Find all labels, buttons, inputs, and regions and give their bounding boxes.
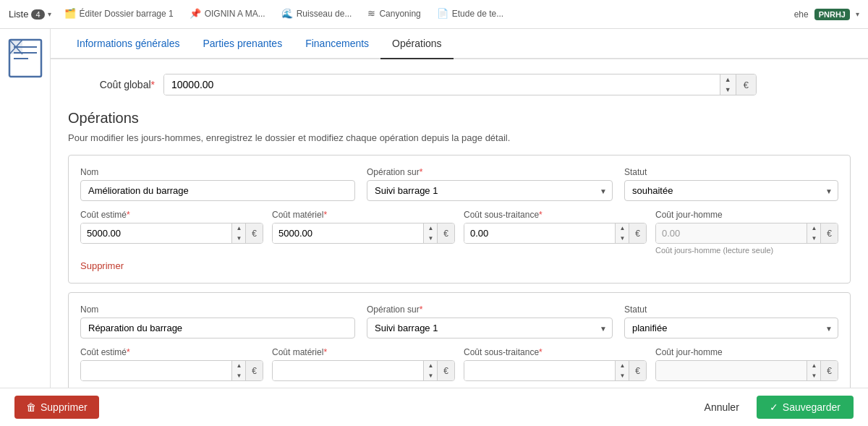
user-dropdown-arrow[interactable]: ▾ xyxy=(856,10,859,18)
top-bar-left: Liste 4 ▾ xyxy=(9,9,51,20)
op-sur-select-wrap-0: Suivi barrage 1 Suivi barrage 2 ▼ xyxy=(367,180,613,201)
cout-sous-traitance-input-0[interactable] xyxy=(464,223,615,243)
main-content: Informations générales Parties prenantes… xyxy=(0,29,868,426)
nav-tab-editer[interactable]: 🗂️ Éditer Dossier barrage 1 xyxy=(57,0,181,29)
nav-tab-ruisseau[interactable]: 🌊 Ruisseau de... xyxy=(274,0,359,29)
cout-global-euro: € xyxy=(736,74,756,95)
nav-tab-canyoning[interactable]: ≋ Canyoning xyxy=(360,0,427,29)
cout-jour-homme-input-0[interactable] xyxy=(656,223,807,243)
cout-jour-homme-down-1[interactable]: ▼ xyxy=(807,371,820,381)
cout-jour-homme-input-1[interactable] xyxy=(656,361,807,380)
form-area: Coût global* ▲ ▼ € Opérations Pour modif… xyxy=(51,59,868,422)
cancel-button[interactable]: Annuler xyxy=(696,396,748,419)
nom-field-1: Nom xyxy=(80,304,355,338)
cout-sous-traitance-down-1[interactable]: ▼ xyxy=(616,371,629,381)
statut-select-wrap-0: souhaitée planifiée en cours terminée ▼ xyxy=(624,180,838,201)
statut-select-1[interactable]: souhaitée planifiée en cours terminée xyxy=(624,318,838,338)
statut-field-1: Statut souhaitée planifiée en cours term… xyxy=(624,304,838,338)
nom-input-0[interactable] xyxy=(80,180,355,201)
list-badge[interactable]: Liste 4 ▾ xyxy=(9,9,51,20)
statut-select-0[interactable]: souhaitée planifiée en cours terminée xyxy=(624,180,838,201)
cout-materiel-euro-1: € xyxy=(437,361,454,380)
cout-materiel-wrap-0: ▲ ▼ € xyxy=(272,223,455,244)
cout-materiel-field-0: Coût matériel* ▲ ▼ € xyxy=(272,210,455,255)
nav-tab-oignin[interactable]: 📌 OIGNIN A MA... xyxy=(182,0,273,29)
delete-button[interactable]: 🗑 Supprimer xyxy=(14,396,99,419)
nom-input-1[interactable] xyxy=(80,318,355,338)
cout-estime-down-1[interactable]: ▼ xyxy=(232,371,245,381)
cout-jour-homme-field-1: Coût jour-homme ▲ ▼ € xyxy=(655,347,838,381)
cout-estime-spin-1: ▲ ▼ xyxy=(231,361,245,380)
cout-materiel-spin-0: ▲ ▼ xyxy=(423,223,437,243)
cout-sous-traitance-input-1[interactable] xyxy=(464,361,615,380)
tab-financements[interactable]: Financements xyxy=(294,29,380,59)
cout-materiel-down-0[interactable]: ▼ xyxy=(424,234,437,244)
water-icon: 🌊 xyxy=(281,8,293,19)
tab-informations-generales[interactable]: Informations générales xyxy=(65,29,191,59)
delete-label: Supprimer xyxy=(41,401,88,413)
pin-icon: 📌 xyxy=(190,8,201,19)
cout-global-spin-up[interactable]: ▲ xyxy=(720,74,736,85)
top-bar: Liste 4 ▾ 🗂️ Éditer Dossier barrage 1 📌 … xyxy=(0,0,868,29)
cout-estime-field-1: Coût estimé* ▲ ▼ € xyxy=(80,347,263,381)
cout-sous-traitance-up-0[interactable]: ▲ xyxy=(616,223,629,234)
tab-operations[interactable]: Opérations xyxy=(380,29,453,59)
cout-estime-down-0[interactable]: ▼ xyxy=(232,234,245,244)
cout-sous-traitance-euro-1: € xyxy=(629,361,646,380)
cout-materiel-label-0: Coût matériel* xyxy=(272,210,455,220)
cout-sous-traitance-label-0: Coût sous-traitance* xyxy=(464,210,647,220)
statut-select-wrap-1: souhaitée planifiée en cours terminée ▼ xyxy=(624,318,838,338)
doc-icon: 📄 xyxy=(437,8,448,19)
save-button[interactable]: ✓ Sauvegarder xyxy=(757,396,854,419)
tab-parties-prenantes[interactable]: Parties prenantes xyxy=(191,29,294,59)
cost-row-1: Coût estimé* ▲ ▼ € Co xyxy=(80,347,838,381)
user-badge: PNRHJ xyxy=(814,9,850,20)
user-name: ehe xyxy=(794,9,809,20)
cout-materiel-up-1[interactable]: ▲ xyxy=(424,361,437,371)
cout-estime-input-1[interactable] xyxy=(81,361,231,380)
cout-global-spin-down[interactable]: ▼ xyxy=(720,85,736,95)
op-sur-select-1[interactable]: Suivi barrage 1 Suivi barrage 2 xyxy=(367,318,613,338)
cout-jour-homme-hint-0: Coût jours-homme (lecture seule) xyxy=(655,246,838,255)
cout-materiel-up-0[interactable]: ▲ xyxy=(424,223,437,234)
cout-jour-homme-up-1[interactable]: ▲ xyxy=(807,361,820,371)
content-area: Informations générales Parties prenantes… xyxy=(51,29,868,426)
cout-global-label: Coût global* xyxy=(68,79,155,90)
supprimer-link-0[interactable]: Supprimer xyxy=(80,260,124,271)
cout-sous-traitance-wrap-1: ▲ ▼ € xyxy=(464,360,647,381)
op-row-top-1: Nom Opération sur* Suivi barrage 1 Suivi… xyxy=(80,304,838,338)
cout-jour-homme-field-0: Coût jour-homme ▲ ▼ € Coût jours-homme (… xyxy=(655,210,838,255)
statut-field-0: Statut souhaitée planifiée en cours term… xyxy=(624,167,838,201)
operation-card-1: Nom Opération sur* Suivi barrage 1 Suivi… xyxy=(68,292,851,399)
cout-materiel-label-1: Coût matériel* xyxy=(272,347,455,357)
nav-tab-etude[interactable]: 📄 Etude de te... xyxy=(430,0,511,29)
op-sur-select-0[interactable]: Suivi barrage 1 Suivi barrage 2 xyxy=(367,180,613,201)
cout-sous-traitance-down-0[interactable]: ▼ xyxy=(616,234,629,244)
cout-materiel-spin-1: ▲ ▼ xyxy=(423,361,437,380)
cout-jour-homme-up-0[interactable]: ▲ xyxy=(807,223,820,234)
statut-label-0: Statut xyxy=(624,167,838,177)
required-marker: * xyxy=(151,79,155,90)
list-dropdown-arrow[interactable]: ▾ xyxy=(48,10,51,18)
op-sur-label-0: Opération sur* xyxy=(367,167,613,177)
cout-estime-input-0[interactable] xyxy=(81,223,231,243)
cout-estime-label-0: Coût estimé* xyxy=(80,210,263,220)
cout-materiel-wrap-1: ▲ ▼ € xyxy=(272,360,455,381)
cout-estime-up-1[interactable]: ▲ xyxy=(232,361,245,371)
list-label: Liste xyxy=(9,9,28,20)
top-bar-right: ehe PNRHJ ▾ xyxy=(794,9,859,20)
cout-estime-label-1: Coût estimé* xyxy=(80,347,263,357)
cout-jour-homme-down-0[interactable]: ▼ xyxy=(807,234,820,244)
op-sur-field-0: Opération sur* Suivi barrage 1 Suivi bar… xyxy=(367,167,613,201)
statut-label-1: Statut xyxy=(624,304,838,315)
cout-sous-traitance-up-1[interactable]: ▲ xyxy=(616,361,629,371)
op-row-top-0: Nom Opération sur* Suivi barrage 1 Suivi… xyxy=(80,167,838,201)
tab-nav: Informations générales Parties prenantes… xyxy=(51,29,868,59)
canyon-icon: ≋ xyxy=(367,8,375,19)
cout-materiel-input-0[interactable] xyxy=(273,223,423,243)
cout-materiel-down-1[interactable]: ▼ xyxy=(424,371,437,381)
cout-estime-up-0[interactable]: ▲ xyxy=(232,223,245,234)
cout-global-input[interactable] xyxy=(164,74,720,95)
cout-sous-traitance-spin-1: ▲ ▼ xyxy=(615,361,629,380)
cout-materiel-input-1[interactable] xyxy=(273,361,423,380)
